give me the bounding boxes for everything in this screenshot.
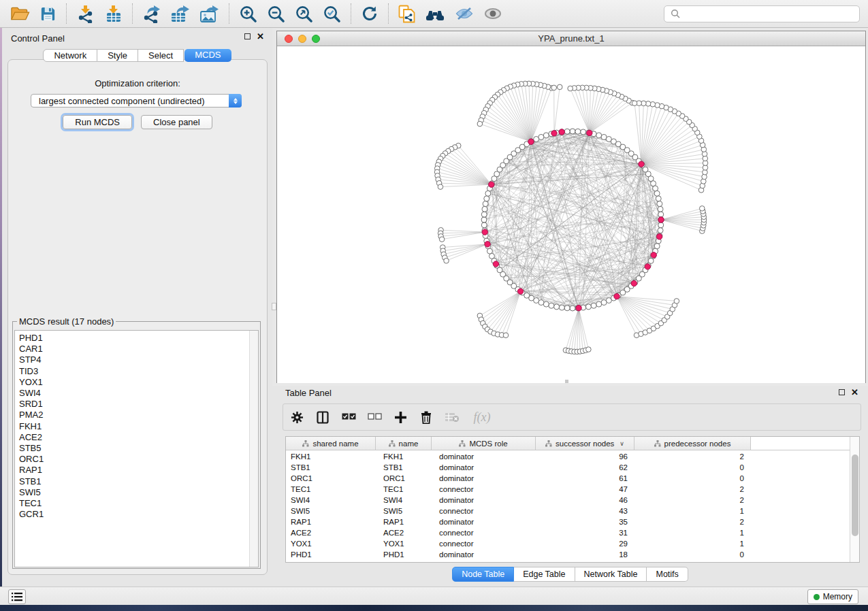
bottom-tab-network-table[interactable]: Network Table xyxy=(575,567,647,582)
table-cell[interactable]: 2 xyxy=(634,484,751,495)
show-all-button[interactable] xyxy=(479,2,507,25)
graph-mcds-node[interactable] xyxy=(639,161,644,167)
criterion-dropdown[interactable]: largest connected component (undirected) xyxy=(31,94,242,108)
table-cell[interactable]: PHD1 xyxy=(286,549,376,560)
run-mcds-button[interactable]: Run MCDS xyxy=(63,115,132,129)
mcds-result-item[interactable]: SWI5 xyxy=(15,487,258,498)
graph-node[interactable] xyxy=(658,206,663,212)
table-cell[interactable]: 46 xyxy=(536,495,634,506)
refresh-layout-button[interactable] xyxy=(356,2,383,25)
graph-leaf-node[interactable] xyxy=(477,121,483,127)
graph-node[interactable] xyxy=(487,248,492,254)
table-cell[interactable]: YOX1 xyxy=(376,538,432,549)
function-builder-button[interactable]: f(x) xyxy=(470,409,494,425)
table-cell[interactable]: RAP1 xyxy=(376,516,432,527)
graph-node[interactable] xyxy=(481,212,487,217)
table-cell[interactable]: PHD1 xyxy=(376,549,432,560)
table-cell[interactable]: 43 xyxy=(536,506,634,516)
column-header-shared-name[interactable]: shared name xyxy=(286,437,376,450)
bottom-tab-edge-table[interactable]: Edge Table xyxy=(514,567,575,582)
mcds-result-item[interactable]: PHD1 xyxy=(15,333,258,344)
open-file-button[interactable] xyxy=(5,2,35,25)
table-row[interactable]: RAP1RAP1dominator352 xyxy=(286,516,850,527)
graph-node[interactable] xyxy=(482,206,487,212)
table-cell[interactable]: connector xyxy=(432,538,536,549)
graph-node[interactable] xyxy=(539,134,544,139)
table-scrollbar[interactable] xyxy=(850,437,859,562)
table-cell[interactable]: STB1 xyxy=(286,462,376,473)
graph-node[interactable] xyxy=(484,196,489,201)
table-cell[interactable]: 2 xyxy=(634,516,751,527)
table-options-button[interactable] xyxy=(289,409,305,425)
task-history-button[interactable] xyxy=(8,589,26,604)
tab-style[interactable]: Style xyxy=(97,49,138,62)
table-cell[interactable]: SWI4 xyxy=(376,495,432,506)
graph-node[interactable] xyxy=(559,305,564,310)
mcds-result-item[interactable]: ORC1 xyxy=(15,454,258,465)
graph-mcds-node[interactable] xyxy=(658,217,664,222)
graph-node[interactable] xyxy=(564,306,570,311)
network-title-bar[interactable]: YPA_prune.txt_1 xyxy=(277,31,865,46)
graph-leaf-node[interactable] xyxy=(444,258,449,263)
table-row[interactable]: SWI4SWI4dominator462 xyxy=(286,495,850,506)
table-cell[interactable]: dominator xyxy=(432,549,536,560)
table-cell[interactable]: 2 xyxy=(634,495,751,506)
table-row[interactable]: SWI5SWI5connector431 xyxy=(286,506,850,516)
graph-leaf-node[interactable] xyxy=(568,86,573,91)
table-cell[interactable]: dominator xyxy=(432,451,536,462)
mcds-result-item[interactable]: STP4 xyxy=(15,354,258,365)
table-cell[interactable]: FKH1 xyxy=(376,451,432,462)
mcds-result-item[interactable]: STB5 xyxy=(15,443,258,454)
graph-node[interactable] xyxy=(658,222,664,228)
zoom-selected-button[interactable] xyxy=(318,2,346,25)
graph-node[interactable] xyxy=(564,129,570,134)
table-cell[interactable]: FKH1 xyxy=(286,451,376,462)
table-row[interactable]: FKH1FKH1dominator962 xyxy=(286,451,850,462)
table-cell[interactable]: 61 xyxy=(536,473,634,484)
mcds-result-item[interactable]: TEC1 xyxy=(15,498,258,509)
graph-node[interactable] xyxy=(543,301,549,307)
column-header-predecessor-nodes[interactable]: predecessor nodes xyxy=(634,437,751,450)
table-cell[interactable]: dominator xyxy=(432,516,536,527)
mcds-result-item[interactable]: ACE2 xyxy=(15,432,258,443)
export-table-button[interactable] xyxy=(165,2,195,25)
graph-mcds-node[interactable] xyxy=(551,131,557,136)
graph-node[interactable] xyxy=(575,129,581,134)
table-row[interactable]: ORC1ORC1dominator610 xyxy=(286,473,850,484)
table-cell[interactable]: STB1 xyxy=(376,462,432,473)
table-row[interactable]: PHD1PHD1dominator180 xyxy=(286,549,850,560)
graph-mcds-node[interactable] xyxy=(587,130,592,135)
zoom-in-button[interactable] xyxy=(234,2,262,25)
network-canvas[interactable] xyxy=(277,47,865,383)
graph-mcds-node[interactable] xyxy=(493,261,498,267)
graph-node[interactable] xyxy=(483,201,488,207)
table-cell[interactable]: ORC1 xyxy=(376,473,432,484)
table-cell[interactable]: 29 xyxy=(536,538,634,549)
search-input[interactable] xyxy=(664,5,860,22)
table-cell[interactable]: SWI5 xyxy=(286,506,376,516)
column-visibility-button[interactable] xyxy=(315,409,331,425)
table-cell[interactable]: dominator xyxy=(432,495,536,506)
graph-leaf-node[interactable] xyxy=(632,101,637,106)
graph-mcds-node[interactable] xyxy=(517,288,523,294)
bottom-tab-motifs[interactable]: Motifs xyxy=(647,567,688,582)
table-cell[interactable]: 1 xyxy=(634,538,751,549)
graph-mcds-node[interactable] xyxy=(489,182,494,187)
deselect-all-button[interactable] xyxy=(366,409,383,425)
mcds-result-list[interactable]: PHD1CAR1STP4TID3YOX1SWI4SRD1PMA2FKH1ACE2… xyxy=(14,330,259,567)
table-cell[interactable]: YOX1 xyxy=(286,538,376,549)
tab-mcds[interactable]: MCDS xyxy=(184,49,231,62)
close-panel-button[interactable]: Close panel xyxy=(141,115,212,129)
table-cell[interactable]: 31 xyxy=(536,527,634,538)
table-cell[interactable]: 0 xyxy=(634,549,751,560)
table-cell[interactable]: connector xyxy=(432,527,536,538)
mcds-result-item[interactable]: YOX1 xyxy=(15,377,258,388)
graph-mcds-node[interactable] xyxy=(559,129,564,135)
graph-mcds-node[interactable] xyxy=(651,252,656,258)
zoom-out-button[interactable] xyxy=(262,2,290,25)
mcds-result-item[interactable]: STB1 xyxy=(15,476,258,487)
table-cell[interactable]: dominator xyxy=(432,462,536,473)
graph-node[interactable] xyxy=(658,212,664,217)
graph-node[interactable] xyxy=(591,303,596,308)
table-cell[interactable]: RAP1 xyxy=(286,516,376,527)
